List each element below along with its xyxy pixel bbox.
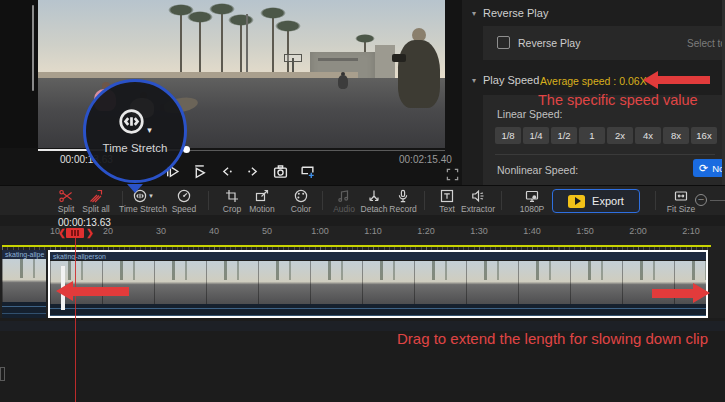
reverse-play-header-label: Reverse Play	[483, 7, 548, 19]
timeline-zoom-slider[interactable]	[710, 200, 725, 201]
ruler-label: 1:40	[517, 226, 547, 236]
playhead-right-chevron-icon[interactable]: ❯	[86, 228, 94, 238]
video-editor-app: 00:00:13.63 00:02:15.40 ▾ Time Stretch ▾…	[0, 0, 725, 402]
time-stretch-gauge-icon	[118, 108, 145, 135]
ruler-label: 40	[199, 226, 229, 236]
toolbar-divider	[501, 191, 502, 210]
clip-name: skating-allperson	[50, 252, 706, 260]
palm-tree	[230, 14, 252, 76]
ruler-label: 50	[252, 226, 282, 236]
clip-thumbnails	[2, 259, 46, 302]
speed-button-8x[interactable]: 8x	[663, 127, 689, 144]
refresh-icon: ⟳	[699, 163, 708, 174]
add-to-track-button[interactable]	[298, 162, 316, 180]
track-edge-marker	[0, 367, 5, 381]
wall-graffiti	[318, 58, 358, 61]
timeline-ruler[interactable]: 10 20 30 40 50 1:00 1:10 1:20 1:30 1:40 …	[0, 226, 725, 250]
speed-button-1-4[interactable]: 1/4	[523, 127, 549, 144]
clip-audio-strip	[2, 302, 46, 318]
collapse-triangle-icon: ▾	[472, 9, 476, 18]
panel-scrollbar[interactable]	[32, 5, 34, 91]
annotation-arrow-left-icon	[56, 281, 129, 302]
speed-button-2x[interactable]: 2x	[607, 127, 633, 144]
timeline-clip-selected[interactable]: skating-allperson	[48, 250, 708, 318]
play-speed-subpanel: Linear Speed: 1/8 1/4 1/2 1 2x 4x 8x 16x…	[483, 95, 725, 185]
speed-button-16x[interactable]: 16x	[691, 127, 717, 144]
lamp-pole	[246, 14, 248, 78]
annotation-arrow-right-icon	[652, 283, 710, 304]
extractor-label: Extractor	[450, 204, 506, 214]
preview-total-time: 00:02:15.40	[399, 154, 452, 165]
editing-toolbar: Split Split all ▾ Time Stretch Speed Cro…	[0, 185, 725, 215]
palm-tree	[278, 20, 298, 76]
ruler-label: 1:10	[358, 226, 388, 236]
export-label: Export	[592, 195, 624, 207]
preview-letterbox	[0, 0, 38, 148]
collapse-triangle-icon: ▾	[472, 76, 476, 85]
timeline-panel: 00:00:13.63 10 20 30 40 50 1:00 1:10 1:2…	[0, 215, 725, 402]
timeline-zoom-out-button[interactable]: −	[695, 194, 707, 206]
time-stretch-callout-label: Time Stretch	[103, 142, 168, 154]
chevron-down-icon: ▾	[147, 126, 152, 135]
export-play-icon	[568, 195, 585, 208]
playhead-grip[interactable]	[66, 228, 84, 238]
export-button[interactable]: Export	[552, 189, 640, 213]
speed-button-4x[interactable]: 4x	[635, 127, 661, 144]
reverse-play-section-header[interactable]: ▾ Reverse Play	[472, 7, 548, 19]
preview-panel: 00:00:13.63 00:02:15.40	[0, 0, 462, 185]
linear-speed-label: Linear Speed:	[497, 108, 562, 120]
snapshot-button[interactable]	[271, 162, 289, 180]
linear-speed-buttons: 1/8 1/4 1/2 1 2x 4x 8x 16x	[495, 127, 717, 144]
playhead-line[interactable]	[75, 232, 77, 402]
ruler-label: 1:00	[305, 226, 335, 236]
transport-controls	[163, 160, 316, 182]
ruler-label: 1:20	[411, 226, 441, 236]
next-frame-button[interactable]	[244, 162, 262, 180]
clip-name: skating-allpe	[2, 250, 46, 259]
reverse-play-checkbox-label: Reverse Play	[518, 37, 580, 49]
ruler-label: 20	[93, 226, 123, 236]
speed-button-1-8[interactable]: 1/8	[495, 127, 521, 144]
annotation-speed-note: The specific speed value	[538, 92, 698, 108]
annotation-drag-note: Drag to extend the length for slowing do…	[397, 330, 708, 347]
reverse-play-checkbox[interactable]	[497, 36, 510, 49]
play-speed-section-header[interactable]: ▾ Play Speed	[472, 74, 539, 86]
play-speed-header-label: Play Speed	[483, 74, 539, 86]
speed-button-1-2[interactable]: 1/2	[551, 127, 577, 144]
nonlinear-speed-button[interactable]: ⟳ Nonlinear	[693, 159, 725, 177]
play-button[interactable]	[190, 162, 208, 180]
annotation-arrow-left-icon	[643, 71, 711, 89]
clip-thumbnails	[50, 261, 706, 304]
previous-frame-button[interactable]	[217, 162, 235, 180]
reverse-play-hint: Select to re	[687, 38, 725, 49]
reverse-play-subpanel: Reverse Play Select to re	[483, 26, 725, 60]
average-speed-value: Average speed : 0.06X	[540, 75, 647, 87]
ruler-label: 1:50	[570, 226, 600, 236]
callout-tail	[127, 184, 143, 193]
speed-button-1[interactable]: 1	[579, 127, 605, 144]
clip-audio-strip	[50, 304, 706, 318]
nonlinear-speed-label: Nonlinear Speed:	[497, 164, 578, 176]
ruler-label: 2:10	[676, 226, 706, 236]
divider	[495, 154, 715, 155]
playhead-left-chevron-icon[interactable]: ❮	[58, 228, 66, 238]
fullscreen-button[interactable]	[446, 167, 460, 181]
time-stretch-callout[interactable]: ▾ Time Stretch	[83, 79, 187, 183]
ruler-label: 30	[146, 226, 176, 236]
seekbar-remaining[interactable]	[187, 150, 445, 151]
extractor-button[interactable]: Extractor	[450, 188, 506, 214]
ruler-label: 2:00	[623, 226, 653, 236]
chevron-down-icon: ▾	[149, 192, 153, 200]
ruler-label: 1:30	[464, 226, 494, 236]
timeline-clip-left[interactable]: skating-allpe	[2, 250, 46, 318]
extractor-icon	[450, 188, 506, 203]
